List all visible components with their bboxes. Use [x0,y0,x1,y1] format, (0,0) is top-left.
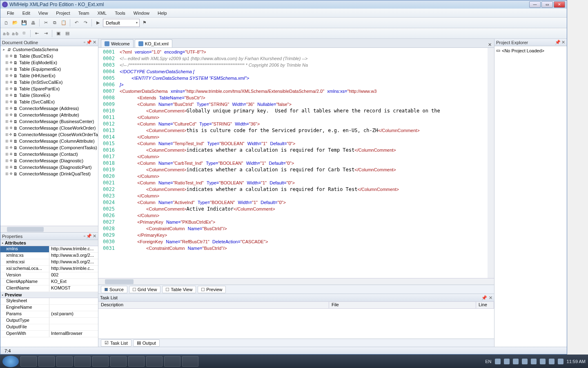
menu-xml[interactable]: XML [94,10,111,16]
taskbar-item[interactable] [128,356,145,367]
start-button[interactable] [2,356,19,367]
prop-row[interactable]: Stylesheet [0,298,98,305]
prop-row[interactable]: xmlns:xshttp://www.w3.org/2... [0,253,98,259]
tray-icon[interactable] [558,359,564,364]
prop-row[interactable]: xsi:schemaLoca...http://www.trimble.c... [0,266,98,272]
view-preview[interactable]: Preview [198,286,226,293]
taskbar-item[interactable] [74,356,91,367]
editor-vscroll[interactable] [488,48,494,278]
pane-pin-icon[interactable]: ▫ [84,40,85,45]
new-icon[interactable]: 🗋 [2,19,10,27]
tray-icon[interactable] [522,359,528,364]
tb2-2[interactable]: a·b [11,29,19,38]
maximize-button[interactable]: ▭ [541,1,553,8]
tree-root[interactable]: ▸🗎CustomerDataSchema [0,46,98,53]
outline-hscroll[interactable] [0,226,98,232]
outdent-icon[interactable]: ⇤ [33,29,41,38]
system-tray[interactable]: EN 11:59 AM [485,359,586,364]
prop-row[interactable]: OpenWithInternalBrowser [0,331,98,337]
col-description[interactable]: Description [98,302,329,308]
taskbar-item[interactable] [92,356,109,367]
tb2-3[interactable]: ⌑ [20,29,28,38]
undo-icon[interactable]: ↶ [72,19,80,27]
tab-file[interactable]: KO_Ext.xml [135,39,172,47]
flag-icon[interactable]: ⚑ [140,19,149,27]
menu-view[interactable]: View [34,10,52,16]
view-grid[interactable]: Grid View [129,286,160,293]
tray-clock[interactable]: 11:59 AM [567,359,586,364]
prop-row[interactable]: ClientAppNameKO_Ext [0,279,98,285]
tree-item[interactable]: ⊞❖🗎ConnectorMessage (ColumnAttribute) [0,138,98,144]
tree-item[interactable]: ⊞❖🗎Table (BusCtrEx) [0,53,98,59]
menu-tools[interactable]: Tools [111,10,129,16]
menu-file[interactable]: File [3,10,18,16]
redo-icon[interactable]: ↷ [81,19,89,27]
tray-icon[interactable] [513,359,519,364]
taskbar-item[interactable] [110,356,127,367]
outline-tree[interactable]: ▸🗎CustomerDataSchema⊞❖🗎Table (BusCtrEx)⊞… [0,46,98,226]
prop-row[interactable]: EngineName [0,305,98,311]
taskbar-item[interactable] [56,356,73,367]
saveall-icon[interactable]: 🖶 [29,19,37,27]
taskbar-item[interactable] [182,356,198,367]
tree-item[interactable]: ⊞❖🗎Table (HHUserEx) [0,72,98,79]
tree-item[interactable]: ⊞❖🗎Table (EqModelEx) [0,59,98,66]
code-body[interactable]: <?xml version="1.0" encoding="UTF-8"?> <… [118,48,488,278]
tray-icon[interactable] [531,359,537,364]
prop-row[interactable]: OutputType [0,318,98,324]
cut-icon[interactable]: ✂ [42,19,50,27]
uncomment-icon[interactable]: ▤ [63,29,71,38]
paste-icon[interactable]: 📋 [60,19,68,27]
code-editor[interactable]: 0001 0002 0003 0004 0005 0006 0007 0008 … [98,48,494,278]
os-taskbar[interactable]: EN 11:59 AM [0,355,588,368]
tree-item[interactable]: ⊞❖🗎ConnectorMessage (Contact) [0,151,98,157]
tree-item[interactable]: ⊞❖🗎Table (EquipmentEx) [0,66,98,72]
run-icon[interactable]: ▶ [94,19,102,27]
col-file[interactable]: File [329,302,476,308]
tree-item[interactable]: ⊞❖🗎Table (SvcCallEx) [0,99,98,105]
view-table[interactable]: Table View [162,286,196,293]
comment-icon[interactable]: ▣ [54,29,62,38]
prop-row[interactable]: Params(xsl:param) [0,311,98,318]
tree-item[interactable]: ⊞❖🗎ConnectorMessage (CloseWorkOrderTa [0,131,98,138]
col-line[interactable]: Line [476,302,494,308]
tree-item[interactable]: ⊞❖🗎ConnectorMessage (Diagnostic) [0,157,98,164]
prop-row[interactable]: OutputFile [0,324,98,331]
tree-item[interactable]: ⊞❖🗎ConnectorMessage (ComponentTasks) [0,144,98,151]
editor-hscroll[interactable] [98,278,494,285]
tray-icon[interactable] [540,359,546,364]
tree-item[interactable]: ⊞❖🗎ConnectorMessage (Address) [0,105,98,112]
tree-item[interactable]: ⊞❖🗎ConnectorMessage (CloseWorkOrder) [0,125,98,131]
tasklist-body[interactable] [98,309,494,339]
tree-item[interactable]: ⊞❖🗎ConnectorMessage (BusinessCenter) [0,118,98,125]
tray-lang[interactable]: EN [485,359,491,364]
prop-row[interactable]: xmlns:xsihttp://www.w3.org/2... [0,259,98,266]
tb2-1[interactable]: a·b [2,29,10,38]
tab-output[interactable]: ▤Output [133,339,160,347]
taskbar-item[interactable] [38,356,55,367]
taskbar-item[interactable] [164,356,180,367]
tree-item[interactable]: ⊞❖🗎ConnectorMessage (DrinkQualTest) [0,171,98,177]
open-icon[interactable]: 📂 [11,19,19,27]
copy-icon[interactable]: ⧉ [51,19,59,27]
menu-edit[interactable]: Edit [18,10,34,16]
tray-icon[interactable] [504,359,510,364]
indent-icon[interactable]: ⇥ [42,29,50,38]
tree-item[interactable]: ⊞❖🗎Table (SparePartEx) [0,85,98,92]
tray-icon[interactable] [549,359,555,364]
prop-row[interactable]: ClientNameKOMOST [0,285,98,292]
taskbar-item[interactable] [146,356,163,367]
config-combo[interactable]: Default [103,19,140,27]
pane-close-icon[interactable]: ✕ [93,40,96,45]
taskbar-item[interactable] [20,356,37,367]
close-button[interactable]: ✕ [554,1,565,8]
pane-pin2-icon[interactable]: 📌 [86,40,92,45]
prop-row[interactable]: Version002 [0,272,98,279]
tab-close-icon[interactable]: ✕ [486,42,494,47]
save-icon[interactable]: 💾 [20,19,28,27]
prop-row[interactable]: xmlnshttp://www.trimble.c... [0,246,98,253]
tree-item[interactable]: ⊞❖🗎Table (StoreEx) [0,92,98,99]
menu-help[interactable]: Help [154,10,171,16]
menu-window[interactable]: Window [129,10,154,16]
view-source[interactable]: Source [101,286,127,293]
